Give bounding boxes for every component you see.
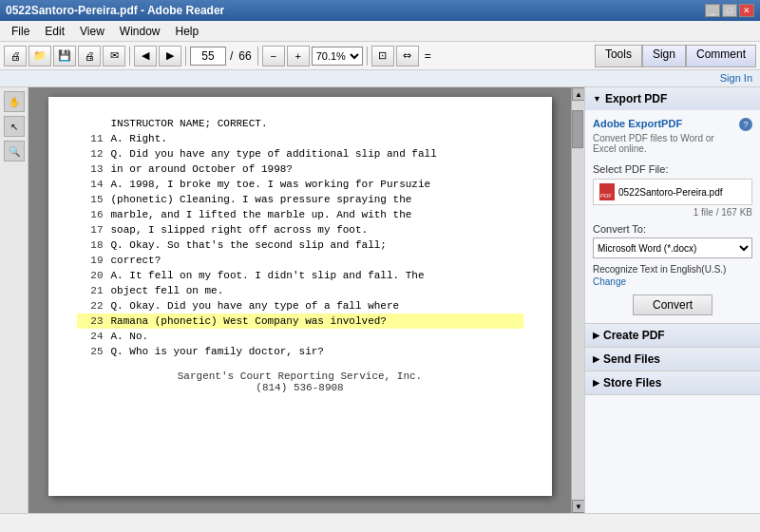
export-pdf-title: Export PDF [605, 92, 667, 105]
file-size: 1 file / 167 KB [593, 207, 752, 218]
menu-window[interactable]: Window [112, 23, 168, 40]
menu-file[interactable]: File [4, 23, 37, 40]
scroll-down-btn[interactable]: ▼ [572, 500, 585, 513]
select-tool[interactable]: ↖ [4, 116, 25, 137]
window-controls: _ □ ✕ [705, 4, 754, 17]
menu-view[interactable]: View [72, 23, 112, 40]
table-row: 25 Q. Who is your family doctor, sir? [77, 344, 523, 359]
zoom-select[interactable]: 70.1% [312, 47, 363, 66]
left-sidebar: ✋ ↖ 🔍 [0, 87, 28, 513]
toolbar-prev-page-btn[interactable]: ◀ [134, 46, 157, 66]
signin-bar: Sign In [0, 70, 760, 87]
hand-tool[interactable]: ✋ [4, 91, 25, 112]
send-files-triangle: ▶ [593, 354, 599, 364]
send-files-title: Send Files [603, 352, 660, 366]
title-bar: 0522Santoro-Pereira.pdf - Adobe Reader _… [0, 0, 760, 21]
store-files-triangle: ▶ [593, 378, 599, 388]
scroll-up-btn[interactable]: ▲ [572, 87, 585, 101]
table-row: 24 A. No. [77, 329, 523, 344]
page-separator: / [228, 49, 235, 63]
menu-help[interactable]: Help [168, 23, 207, 40]
select-file-label: Select PDF File: [593, 163, 752, 175]
minimize-button[interactable]: _ [705, 4, 720, 17]
toolbar-sep-4 [367, 47, 368, 66]
zoom-out-btn[interactable]: − [262, 46, 285, 66]
pdf-line-header: INSTRUCTOR NAME; CORRECT. [77, 116, 523, 131]
pdf-viewer[interactable]: INSTRUCTOR NAME; CORRECT. 11 A. Right. 1… [28, 87, 571, 513]
toolbar-right: Tools Sign Comment [595, 45, 756, 67]
convert-to-label: Convert To: [593, 223, 752, 235]
create-pdf-triangle: ▶ [593, 331, 599, 340]
highlighted-line-23: 23 Ramana (phonetic) West Company was in… [77, 314, 523, 329]
create-pdf-title: Create PDF [603, 329, 665, 342]
menu-bar: File Edit View Window Help [0, 21, 760, 42]
table-row: 13 in or around October of 1998? [77, 162, 523, 177]
toolbar-new-btn[interactable]: 🖨 [4, 46, 27, 66]
toolbar-save-btn[interactable]: 💾 [53, 46, 76, 66]
table-row: 21 object fell on me. [77, 283, 523, 298]
create-pdf-section[interactable]: ▶ Create PDF [585, 324, 760, 348]
window-title: 0522Santoro-Pereira.pdf - Adobe Reader [6, 4, 224, 17]
signin-link[interactable]: Sign In [720, 72, 752, 84]
table-row: 14 A. 1998, I broke my toe. I was workin… [77, 177, 523, 192]
page-total: 66 [237, 49, 253, 63]
help-icon[interactable]: ? [739, 118, 752, 131]
status-bar [0, 513, 760, 532]
table-row: 22 Q. Okay. Did you have any type of a f… [77, 298, 523, 314]
main-area: ✋ ↖ 🔍 INSTRUCTOR NAME; CORRECT. 11 A. Ri… [0, 87, 760, 513]
export-pdf-header[interactable]: ▼ Export PDF [585, 87, 760, 110]
footer-line1: Sargent's Court Reporting Service, Inc. [77, 370, 523, 382]
zoom-tool[interactable]: 🔍 [4, 141, 25, 162]
tools-button[interactable]: Tools [595, 45, 642, 67]
recognize-text-label: Recognize Text in English(U.S.) [593, 264, 752, 275]
fit-width-btn[interactable]: ⇔ [396, 46, 419, 66]
toolbar-sep-1 [129, 47, 130, 66]
pdf-page: INSTRUCTOR NAME; CORRECT. 11 A. Right. 1… [48, 97, 552, 496]
table-row: 19 correct? [77, 253, 523, 268]
footer-line2: (814) 536-8908 [77, 382, 523, 393]
table-row: 16 marble, and I lifted the marble up. A… [77, 207, 523, 222]
toolbar: 🖨 📁 💾 🖨 ✉ ◀ ▶ / 66 − + 70.1% ⊡ ⇔ = Tools… [0, 42, 760, 70]
export-pdf-section: ▼ Export PDF Adobe ExportPDF Convert PDF… [585, 87, 760, 324]
table-row: 11 A. Right. [77, 131, 523, 146]
adobe-export-desc: Convert PDF files to Word or Excel onlin… [593, 133, 735, 154]
file-box: 0522Santoro-Pereira.pdf [593, 179, 752, 205]
export-pdf-triangle: ▼ [593, 94, 601, 104]
table-row: 18 Q. Okay. So that's the second slip an… [77, 238, 523, 253]
toolbar-email-btn[interactable]: ✉ [103, 46, 125, 66]
zoom-in-btn[interactable]: + [287, 46, 310, 66]
store-files-title: Store Files [603, 376, 661, 390]
table-row: 12 Q. Did you have any type of additiona… [77, 146, 523, 162]
toolbar-extra: = [421, 49, 435, 63]
scroll-thumb[interactable] [572, 110, 583, 148]
scroll-track[interactable] [572, 101, 584, 500]
table-row: 17 soap, I slipped right off across my f… [77, 222, 523, 238]
table-row: 15 (phonetic) Cleaning. I was pressure s… [77, 192, 523, 207]
adobe-export-label: Adobe ExportPDF [593, 118, 735, 129]
store-files-section[interactable]: ▶ Store Files [585, 371, 760, 395]
send-files-section[interactable]: ▶ Send Files [585, 348, 760, 371]
toolbar-sep-3 [257, 47, 258, 66]
table-row: 20 A. It fell on my foot. I didn't slip … [77, 268, 523, 283]
menu-edit[interactable]: Edit [37, 23, 72, 40]
export-pdf-body: Adobe ExportPDF Convert PDF files to Wor… [585, 110, 760, 323]
right-panel: ▼ Export PDF Adobe ExportPDF Convert PDF… [584, 87, 760, 513]
comment-button[interactable]: Comment [686, 45, 756, 67]
fit-page-btn[interactable]: ⊡ [371, 46, 394, 66]
sign-button[interactable]: Sign [642, 45, 686, 67]
toolbar-print-btn[interactable]: 🖨 [78, 46, 101, 66]
toolbar-next-page-btn[interactable]: ▶ [159, 46, 181, 66]
pdf-footer: Sargent's Court Reporting Service, Inc. … [77, 370, 523, 393]
close-button[interactable]: ✕ [739, 4, 754, 17]
pdf-scrollbar[interactable]: ▲ ▼ [571, 87, 584, 513]
pdf-file-icon [599, 183, 615, 200]
page-number-input[interactable] [190, 47, 226, 66]
change-link[interactable]: Change [593, 276, 752, 287]
convert-to-select[interactable]: Microsoft Word (*.docx) Microsoft Excel … [593, 238, 752, 258]
maximize-button[interactable]: □ [722, 4, 737, 17]
toolbar-sep-2 [185, 47, 186, 66]
filename: 0522Santoro-Pereira.pdf [618, 187, 723, 198]
toolbar-open-btn[interactable]: 📁 [28, 46, 51, 66]
convert-button[interactable]: Convert [633, 294, 712, 315]
